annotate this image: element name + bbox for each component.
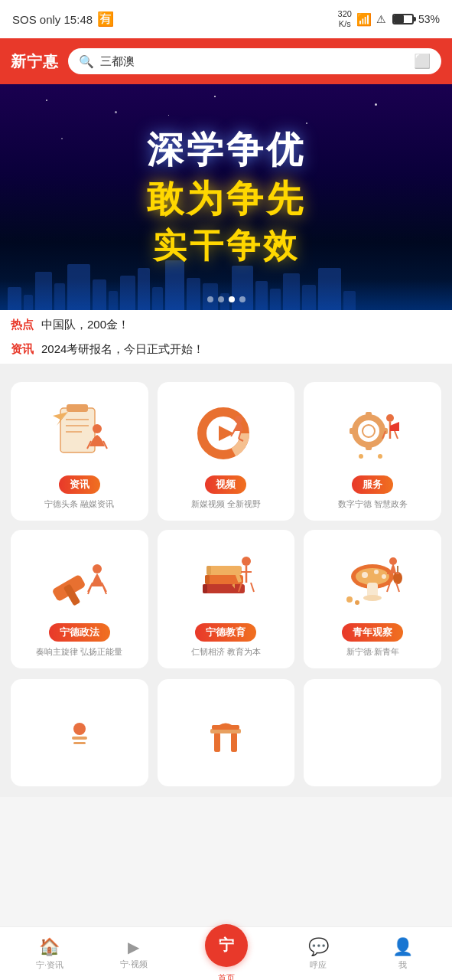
battery-icon bbox=[392, 14, 414, 24]
svg-rect-37 bbox=[203, 584, 207, 593]
card-education-illustration bbox=[164, 541, 289, 617]
content-area: 深学争优 敢为争先 实干争效 热点 中国队，200金！ 资讯 2024考研报名，… bbox=[0, 84, 452, 858]
divider-1 bbox=[0, 364, 452, 371]
banner-line2: 敢为争先 bbox=[147, 175, 306, 224]
card-2-subtitle: 新媒视频 全新视野 bbox=[191, 498, 261, 510]
card-3-subtitle: 数字宁德 智慧政务 bbox=[338, 498, 408, 510]
nav-home-center-btn[interactable]: 宁 bbox=[205, 924, 248, 967]
speed-info: 320K/s bbox=[338, 9, 352, 29]
svg-rect-69 bbox=[212, 725, 239, 730]
banner-line1: 深学争优 bbox=[147, 126, 306, 175]
status-left: SOS only 15:48 🈶 bbox=[12, 11, 114, 28]
banner-text: 深学争优 敢为争先 实干争效 bbox=[147, 126, 306, 269]
nav-respond[interactable]: 💬 呼应 bbox=[276, 937, 360, 971]
svg-rect-66 bbox=[214, 733, 220, 752]
svg-rect-65 bbox=[73, 742, 86, 744]
app-header: 新宁惪 🔍 三都澳 ⬜ bbox=[0, 38, 452, 84]
scan-icon[interactable]: ⬜ bbox=[414, 53, 431, 70]
nav-profile-label: 我 bbox=[398, 959, 407, 971]
svg-point-29 bbox=[93, 564, 102, 573]
svg-point-5 bbox=[93, 424, 102, 433]
nav-profile[interactable]: 👤 我 bbox=[360, 937, 444, 971]
nav-video-icon: ▶ bbox=[128, 938, 139, 956]
dot-1[interactable] bbox=[207, 296, 213, 302]
card-news[interactable]: 资讯 宁德头条 融媒资讯 bbox=[11, 382, 148, 521]
info-tag: 资讯 bbox=[11, 342, 34, 357]
card-2-badge: 视频 bbox=[205, 475, 246, 494]
dot-2[interactable] bbox=[218, 296, 224, 302]
card-grid-bottom bbox=[0, 679, 452, 797]
sim-icon: 🈶 bbox=[97, 11, 114, 28]
svg-point-53 bbox=[382, 574, 386, 579]
search-bar[interactable]: 🔍 三都澳 ⬜ bbox=[68, 48, 441, 74]
news-row-1[interactable]: 热点 中国队，200金！ bbox=[11, 313, 441, 336]
nav-news-icon: 🏠 bbox=[39, 937, 60, 957]
svg-point-52 bbox=[374, 570, 379, 574]
nav-respond-label: 呼应 bbox=[310, 959, 327, 971]
svg-rect-1 bbox=[67, 404, 88, 412]
nav-home-label: 首页 bbox=[218, 972, 235, 981]
card-3-badge: 服务 bbox=[352, 475, 393, 494]
svg-line-24 bbox=[395, 431, 398, 439]
svg-point-61 bbox=[346, 596, 353, 603]
dot-4[interactable] bbox=[239, 296, 246, 302]
card-service-illustration bbox=[310, 393, 435, 469]
card-youth-illustration bbox=[310, 541, 435, 617]
card-4-subtitle: 奏响主旋律 弘扬正能量 bbox=[36, 646, 122, 658]
svg-point-26 bbox=[378, 454, 382, 459]
card-law-illustration bbox=[17, 541, 142, 617]
dot-3[interactable] bbox=[229, 296, 235, 302]
svg-point-40 bbox=[242, 557, 251, 566]
news-ticker: 热点 中国队，200金！ 资讯 2024考研报名，今日正式开始！ bbox=[0, 310, 452, 364]
nav-home[interactable]: 宁 首页 bbox=[176, 924, 277, 981]
card-partial-3[interactable] bbox=[304, 679, 441, 786]
nav-video-label: 宁·视频 bbox=[120, 959, 148, 970]
svg-point-25 bbox=[359, 454, 363, 459]
nav-news[interactable]: 🏠 宁·资讯 bbox=[8, 937, 92, 971]
card-service[interactable]: 服务 数字宁德 智慧政务 bbox=[304, 382, 441, 521]
card-partial-1[interactable] bbox=[11, 679, 148, 786]
news-2: 2024考研报名，今日正式开始！ bbox=[41, 342, 441, 357]
svg-point-50 bbox=[363, 595, 382, 601]
svg-marker-10 bbox=[219, 426, 234, 441]
nav-profile-icon: 👤 bbox=[392, 937, 413, 957]
svg-rect-17 bbox=[366, 412, 372, 418]
banner-line3: 实干争效 bbox=[147, 224, 306, 269]
wifi-icon: 📶 bbox=[356, 12, 372, 27]
card-6-subtitle: 新宁德·新青年 bbox=[346, 646, 399, 658]
nav-home-icon: 宁 bbox=[219, 935, 234, 956]
svg-rect-67 bbox=[231, 733, 237, 752]
card-1-subtitle: 宁德头条 融媒资讯 bbox=[44, 498, 114, 510]
card-law[interactable]: 宁德政法 奏响主旋律 弘扬正能量 bbox=[11, 530, 148, 668]
search-icon: 🔍 bbox=[79, 54, 94, 69]
svg-point-21 bbox=[386, 414, 394, 422]
svg-rect-34 bbox=[203, 584, 245, 593]
card-education[interactable]: 宁德教育 仁韧相济 教育为本 bbox=[158, 530, 295, 668]
nav-video[interactable]: ▶ 宁·视频 bbox=[92, 938, 176, 970]
nav-respond-icon: 💬 bbox=[308, 937, 329, 957]
svg-rect-19 bbox=[350, 428, 356, 434]
svg-point-62 bbox=[355, 600, 359, 605]
hero-banner[interactable]: 深学争优 敢为争先 实干争效 bbox=[0, 84, 452, 310]
svg-rect-39 bbox=[206, 566, 211, 575]
svg-rect-64 bbox=[72, 737, 87, 740]
card-youth[interactable]: 青年观察 新宁德·新青年 bbox=[304, 530, 441, 668]
card-4-badge: 宁德政法 bbox=[49, 623, 110, 642]
svg-rect-18 bbox=[366, 444, 372, 450]
card-video-illustration bbox=[164, 393, 289, 469]
alert-icon: ⚠ bbox=[376, 13, 386, 25]
card-1-badge: 资讯 bbox=[59, 475, 100, 494]
bottom-nav: 🏠 宁·资讯 ▶ 宁·视频 宁 首页 💬 呼应 👤 我 bbox=[0, 926, 452, 980]
status-text: SOS only 15:48 bbox=[12, 13, 93, 26]
card-partial-2[interactable] bbox=[158, 679, 295, 786]
battery-percent: 53% bbox=[418, 13, 440, 25]
card-video[interactable]: 视频 新媒视频 全新视野 bbox=[158, 382, 295, 521]
news-row-2[interactable]: 资讯 2024考研报名，今日正式开始！ bbox=[11, 338, 441, 361]
nav-news-label: 宁·资讯 bbox=[36, 959, 63, 971]
hot-tag: 热点 bbox=[11, 318, 34, 332]
svg-point-63 bbox=[73, 723, 86, 735]
svg-point-51 bbox=[362, 572, 368, 578]
status-right: 320K/s 📶 ⚠ 53% bbox=[338, 9, 440, 29]
svg-point-16 bbox=[363, 425, 375, 437]
search-text[interactable]: 三都澳 bbox=[100, 54, 408, 69]
